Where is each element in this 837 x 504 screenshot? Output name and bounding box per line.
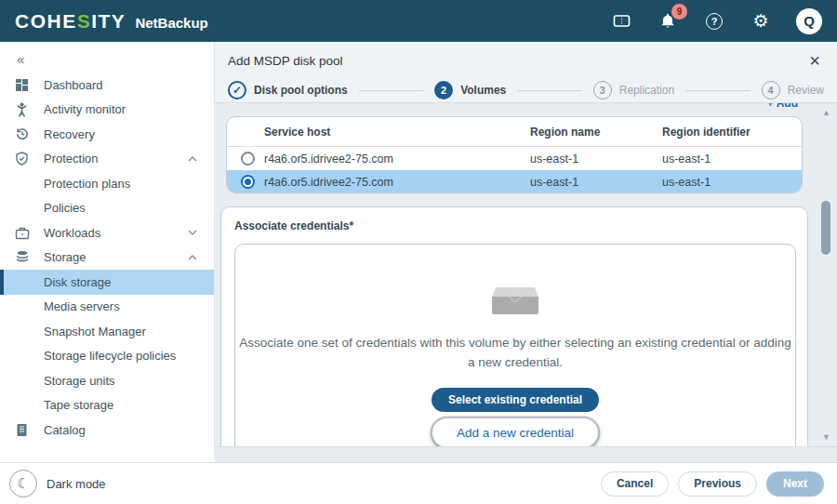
cell-region-identifier: us-east-1 [662, 176, 802, 189]
step-number: 2 [434, 81, 453, 99]
dark-mode-toggle[interactable]: ☾ Dark mode [9, 470, 106, 497]
storage-disks-icon [15, 249, 31, 265]
sidebar-item-media-servers[interactable]: Media servers [0, 295, 214, 320]
sidebar-item-label: Catalog [44, 423, 86, 437]
step-replication: 3 Replication [593, 81, 674, 99]
top-bar: COHESITY NetBackup 9 ? ⚙ Q [0, 0, 837, 42]
brand-text: COHESITY [15, 10, 126, 33]
sidebar-item-policies[interactable]: Policies [0, 196, 214, 221]
wizard-actions: Cancel Previous Next [601, 471, 824, 497]
step-review: 4 Review [762, 81, 824, 99]
brand-logo: COHESITY NetBackup [15, 10, 208, 33]
previous-button[interactable]: Previous [678, 471, 757, 497]
sidebar-item-activity-monitor[interactable]: Activity monitor [0, 98, 214, 123]
step-number: 4 [762, 81, 780, 99]
vertical-scrollbar[interactable]: ▲ ▼ [818, 108, 834, 442]
table-row-selected[interactable]: r4a6.or5.idrivee2-75.com us-east-1 us-ea… [227, 170, 802, 193]
sidebar-item-recovery[interactable]: Recovery [0, 122, 214, 147]
volumes-table-card: Service host Region name Region identifi… [226, 116, 803, 193]
sidebar-item-protection[interactable]: Protection [0, 147, 214, 172]
credentials-empty-panel: Associate one set of credentials with th… [234, 244, 796, 446]
notifications-bell-icon[interactable]: 9 [657, 10, 679, 33]
scrollbar-thumb[interactable] [821, 201, 830, 255]
step-number: 3 [593, 81, 612, 99]
step-connector [517, 90, 581, 91]
wizard-header: Add MSDP disk pool × ✓ Disk pool options… [215, 42, 837, 103]
wizard-content-scrollarea: + Add Service host Region name Region id… [215, 103, 837, 446]
cell-service-host: r4a6.or5.idrivee2-75.com [264, 176, 530, 189]
sidebar-item-protection-plans[interactable]: Protection plans [0, 171, 214, 196]
activity-monitor-icon [15, 101, 31, 117]
step-connector [359, 90, 423, 91]
associate-credentials-card: Associate credentials* Associate one set… [220, 206, 808, 446]
empty-tray-icon [488, 278, 542, 319]
sidebar-item-detection-and-reporting[interactable]: Detection and reporting [0, 443, 214, 447]
dashboard-icon [15, 77, 31, 93]
table-header-row: Service host Region name Region identifi… [227, 117, 802, 147]
col-region-identifier: Region identifier [662, 126, 802, 139]
dark-mode-label: Dark mode [46, 477, 106, 491]
notification-count-badge: 9 [671, 4, 687, 20]
chevron-down-icon [188, 230, 197, 235]
radio-unselected[interactable] [241, 152, 255, 166]
sidebar-item-snapshot-manager[interactable]: Snapshot Manager [0, 319, 214, 344]
ticket-icon[interactable] [610, 10, 632, 33]
associate-credentials-label: Associate credentials* [234, 219, 796, 232]
add-new-credential-button[interactable]: Add a new credential [432, 418, 598, 446]
sidebar-item-tape-storage[interactable]: Tape storage [0, 393, 214, 418]
step-check-icon: ✓ [228, 81, 246, 99]
brand-s-green: S [77, 10, 92, 32]
sidebar-item-disk-storage[interactable]: Disk storage [0, 270, 214, 295]
cell-region-identifier: us-east-1 [662, 153, 802, 166]
workloads-briefcase-icon [15, 225, 31, 241]
add-volume-link[interactable]: + Add [767, 103, 798, 110]
sidebar-item-workloads[interactable]: Workloads [0, 220, 214, 245]
sidebar-item-label: Dashboard [44, 78, 103, 92]
radio-selected[interactable] [241, 175, 255, 189]
sidebar-collapse-icon[interactable]: « [0, 49, 214, 73]
sidebar-item-storage-units[interactable]: Storage units [0, 368, 214, 393]
app-window: COHESITY NetBackup 9 ? ⚙ Q « [0, 0, 837, 504]
catalog-book-icon [15, 422, 31, 438]
sidebar-item-label: Recovery [44, 127, 95, 141]
step-disk-pool-options[interactable]: ✓ Disk pool options [228, 81, 348, 99]
main-panel: Add MSDP disk pool × ✓ Disk pool options… [214, 42, 837, 446]
cell-region-name: us-east-1 [530, 153, 662, 166]
scroll-down-icon[interactable]: ▼ [818, 432, 834, 442]
step-volumes[interactable]: 2 Volumes [434, 81, 506, 99]
sidebar-item-label: Protection [44, 152, 99, 166]
sidebar-nav: « Dashboard Activity monitor Recovery Pr… [0, 42, 214, 446]
credentials-description: Associate one set of credentials with th… [236, 334, 794, 373]
scroll-up-icon[interactable]: ▲ [818, 108, 834, 117]
content-bottom-gap [214, 446, 837, 462]
next-button[interactable]: Next [766, 471, 824, 497]
sidebar-item-dashboard[interactable]: Dashboard [0, 73, 214, 98]
topbar-actions: 9 ? ⚙ Q [610, 8, 822, 34]
footer-bar: ☾ Dark mode Cancel Previous Next [0, 462, 837, 504]
sidebar-item-storage-lifecycle-policies[interactable]: Storage lifecycle policies [0, 344, 214, 369]
close-icon[interactable]: × [805, 51, 824, 70]
user-avatar[interactable]: Q [796, 8, 822, 34]
chevron-up-icon [188, 156, 197, 162]
recovery-history-icon [15, 126, 31, 142]
wizard-title: Add MSDP disk pool [228, 54, 343, 68]
protection-shield-icon [15, 151, 31, 166]
help-icon[interactable]: ? [703, 10, 725, 33]
cancel-button[interactable]: Cancel [601, 471, 669, 497]
wizard-stepper: ✓ Disk pool options 2 Volumes 3 Replicat… [228, 81, 824, 99]
moon-icon: ☾ [9, 470, 37, 497]
settings-gear-icon[interactable]: ⚙ [750, 10, 772, 33]
sidebar-item-storage[interactable]: Storage [0, 245, 214, 271]
sidebar-item-label: Activity monitor [44, 102, 126, 116]
sidebar-item-label: Workloads [44, 226, 100, 240]
col-service-host: Service host [264, 126, 530, 139]
chevron-up-icon [188, 255, 197, 260]
sidebar-item-catalog[interactable]: Catalog [0, 418, 214, 443]
select-existing-credential-button[interactable]: Select existing credential [432, 388, 599, 412]
table-row[interactable]: r4a6.or5.idrivee2-75.com us-east-1 us-ea… [227, 147, 802, 170]
product-name: NetBackup [135, 15, 207, 31]
step-connector [685, 90, 750, 91]
sidebar-item-label: Storage [44, 250, 86, 264]
cell-service-host: r4a6.or5.idrivee2-75.com [264, 153, 530, 166]
col-region-name: Region name [530, 126, 662, 139]
